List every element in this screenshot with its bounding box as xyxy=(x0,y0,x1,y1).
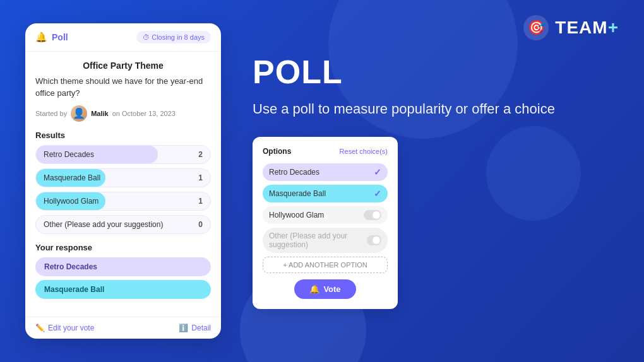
add-option-button[interactable]: + ADD ANOTHER OPTION xyxy=(263,257,388,273)
author-name: Malik xyxy=(91,110,109,117)
mini-poll-widget: Options Reset choice(s) Retro Decades ✓ … xyxy=(253,137,398,309)
detail-label: Detail xyxy=(191,324,211,332)
edit-vote-button[interactable]: ✏️ Edit your vote xyxy=(35,324,94,332)
closing-badge-text: ⏱ Closing in 8 days xyxy=(143,33,205,41)
poll-card-body: Office Party Theme Which theme should we… xyxy=(25,52,221,316)
started-by-label: Started by xyxy=(35,110,67,117)
result-count-2: 1 xyxy=(198,197,210,206)
edit-vote-label: Edit your vote xyxy=(48,324,94,332)
mini-option-hollywood-label: Hollywood Glam xyxy=(269,211,324,219)
reset-choices-button[interactable]: Reset choice(s) xyxy=(340,148,388,155)
result-item: Masquerade Ball 1 xyxy=(35,168,211,187)
result-count-1: 1 xyxy=(198,173,210,182)
vote-button[interactable]: 🔔 Vote xyxy=(294,279,355,299)
poll-subtitle: Use a poll to measure popularity or offe… xyxy=(253,100,612,119)
poll-card-header: 🔔 Poll ⏱ Closing in 8 days xyxy=(25,23,221,52)
check-icon-masquerade: ✓ xyxy=(374,189,381,199)
mini-option-masquerade[interactable]: Masquerade Ball ✓ xyxy=(263,185,388,202)
result-label-0: Retro Decades xyxy=(36,150,198,159)
poll-meta: Started by 👤 Malik on October 13, 2023 xyxy=(35,105,211,122)
poll-label: Poll xyxy=(52,32,68,42)
poll-icon: 🔔 xyxy=(35,32,47,43)
info-icon: ℹ️ xyxy=(179,324,188,332)
results-label: Results xyxy=(35,131,211,140)
your-response-label: Your response xyxy=(35,243,211,252)
author-date: on October 13, 2023 xyxy=(112,110,176,117)
response-item-purple: Retro Decades xyxy=(35,257,211,276)
result-label-2: Hollywood Glam xyxy=(36,197,198,206)
center-content: POLL Use a poll to measure popularity or… xyxy=(246,53,619,309)
poll-title-left: 🔔 Poll xyxy=(35,32,68,43)
poll-question-text: Which theme should we have for the year-… xyxy=(35,76,211,98)
result-item: Hollywood Glam 1 xyxy=(35,192,211,211)
mini-option-other-label: Other (Please add your suggestion) xyxy=(269,231,367,249)
vote-icon: 🔔 xyxy=(309,284,319,294)
result-label-3: Other (Please add your suggestion) xyxy=(36,220,198,229)
mini-poll-header: Options Reset choice(s) xyxy=(263,147,388,156)
mini-option-hollywood[interactable]: Hollywood Glam xyxy=(263,206,388,224)
mini-options-label: Options xyxy=(263,147,291,156)
poll-heading: POLL xyxy=(253,53,612,91)
result-item: Retro Decades 2 xyxy=(35,145,211,164)
page-layout: 🔔 Poll ⏱ Closing in 8 days Office Party … xyxy=(0,0,644,362)
result-count-3: 0 xyxy=(198,220,210,229)
result-item: Other (Please add your suggestion) 0 xyxy=(35,215,211,234)
vote-label: Vote xyxy=(323,284,340,294)
closing-badge: ⏱ Closing in 8 days xyxy=(136,31,211,44)
poll-card: 🔔 Poll ⏱ Closing in 8 days Office Party … xyxy=(25,23,221,338)
results-section: Results Retro Decades 2 Masquerade Ball … xyxy=(35,131,211,234)
result-label-1: Masquerade Ball xyxy=(36,173,198,182)
edit-icon: ✏️ xyxy=(35,324,45,332)
mini-option-retro-label: Retro Decades xyxy=(269,168,319,177)
avatar: 👤 xyxy=(71,105,87,122)
mini-option-retro[interactable]: Retro Decades ✓ xyxy=(263,163,388,181)
mini-option-masquerade-label: Masquerade Ball xyxy=(269,189,326,198)
result-count-0: 2 xyxy=(198,150,210,159)
response-item-cyan: Masquerade Ball xyxy=(35,280,211,299)
mini-option-other[interactable]: Other (Please add your suggestion) xyxy=(263,228,388,253)
detail-button[interactable]: ℹ️ Detail xyxy=(179,324,211,332)
check-icon-retro: ✓ xyxy=(374,167,381,177)
poll-question-title: Office Party Theme xyxy=(35,61,211,71)
toggle-hollywood[interactable] xyxy=(364,210,381,220)
your-response-section: Your response Retro Decades Masquerade B… xyxy=(35,243,211,299)
toggle-other[interactable] xyxy=(367,235,381,245)
poll-card-footer: ✏️ Edit your vote ℹ️ Detail xyxy=(25,317,221,339)
